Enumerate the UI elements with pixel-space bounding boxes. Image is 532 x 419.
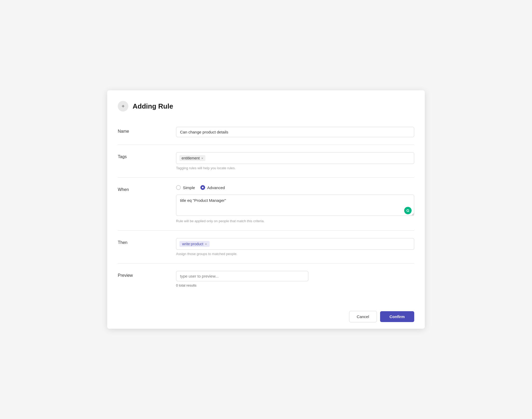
tag-chip-text: entitlement: [182, 156, 200, 160]
when-helper-text: Rule will be applied only on people that…: [176, 219, 414, 223]
radio-simple[interactable]: Simple: [176, 185, 195, 190]
radio-advanced-circle: [200, 185, 205, 190]
name-label: Name: [118, 127, 165, 134]
page-title: Adding Rule: [133, 102, 173, 110]
then-input-container[interactable]: write:product ×: [176, 238, 414, 250]
radio-advanced-label: Advanced: [207, 185, 225, 190]
tags-helper-text: Tagging rules will help you locate rules…: [176, 166, 414, 170]
tags-row: Tags entitlement × Tagging rules will he…: [118, 145, 414, 177]
tags-input-container[interactable]: entitlement ×: [176, 152, 414, 164]
grammarly-icon: G: [404, 207, 412, 214]
modal-container: + Adding Rule Name Tags entitlement × Ta: [107, 90, 425, 329]
form-body: Name Tags entitlement × Tagging rules wi…: [107, 119, 425, 305]
when-content: Simple Advanced title eq "Product Manage…: [176, 185, 414, 223]
tag-chip-entitlement: entitlement ×: [179, 155, 205, 161]
then-content: write:product × Assign those groups to m…: [176, 238, 414, 256]
preview-label: Preview: [118, 271, 165, 278]
preview-input[interactable]: [176, 271, 308, 281]
when-radio-group: Simple Advanced: [176, 185, 414, 190]
radio-advanced[interactable]: Advanced: [200, 185, 225, 190]
then-chip-text: write:product: [182, 242, 203, 246]
then-label: Then: [118, 238, 165, 245]
name-input[interactable]: [176, 127, 414, 137]
preview-content: 0 total results: [176, 271, 414, 287]
tags-label: Tags: [118, 152, 165, 159]
tag-remove-icon[interactable]: ×: [201, 157, 203, 160]
when-textarea[interactable]: title eq "Product Manager": [176, 195, 414, 216]
confirm-button[interactable]: Confirm: [380, 311, 414, 322]
when-textarea-wrapper: title eq "Product Manager" G: [176, 195, 414, 217]
tags-content: entitlement × Tagging rules will help yo…: [176, 152, 414, 170]
modal-footer: Cancel Confirm: [107, 305, 425, 329]
plus-icon: +: [121, 103, 125, 109]
name-row: Name: [118, 119, 414, 145]
then-chip-write-product: write:product ×: [179, 241, 210, 247]
name-content: [176, 127, 414, 137]
then-chip-remove-icon[interactable]: ×: [205, 242, 207, 246]
then-row: Then write:product × Assign those groups…: [118, 230, 414, 263]
radio-simple-circle: [176, 185, 181, 190]
cancel-button[interactable]: Cancel: [349, 311, 377, 322]
when-label: When: [118, 185, 165, 192]
preview-row: Preview 0 total results: [118, 263, 414, 295]
preview-count: 0 total results: [176, 283, 414, 287]
then-helper-text: Assign those groups to matched people.: [176, 252, 414, 256]
plus-button[interactable]: +: [118, 101, 128, 112]
modal-header: + Adding Rule: [107, 101, 425, 119]
when-row: When Simple Advanced title eq "Product M…: [118, 177, 414, 230]
radio-simple-label: Simple: [183, 185, 195, 190]
